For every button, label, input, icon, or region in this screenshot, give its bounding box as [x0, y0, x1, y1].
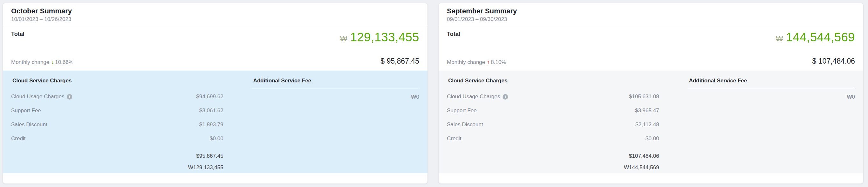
charges-panel: Cloud Service Charges Cloud Usage Charge…: [439, 71, 863, 173]
section-total-usd: $95,867.45: [11, 153, 223, 160]
total-krw: ₩ 144,544,569: [776, 31, 855, 44]
total-summary: Total Monthly change ↓ 10.66% ₩ 129,133,…: [3, 26, 428, 71]
monthly-change: Monthly change ↑ 8.10%: [447, 59, 506, 65]
charge-value: $105,631.08: [629, 94, 659, 100]
arrow-up-icon: ↑: [487, 59, 490, 65]
charge-row: Cloud Usage Charges i $105,631.08: [447, 90, 659, 104]
charge-row: Sales Discount -$1,893.79: [11, 118, 223, 132]
charge-value: $0.00: [646, 135, 659, 142]
total-summary: Total Monthly change ↑ 8.10% ₩ 144,544,5…: [439, 26, 863, 71]
charge-value: $0.00: [210, 135, 223, 142]
krw-currency-symbol: ₩: [340, 35, 348, 43]
additional-fee-value: ₩0: [847, 94, 855, 100]
total-label: Total: [11, 31, 73, 37]
monthly-change-label: Monthly change: [447, 59, 485, 65]
monthly-change-label: Monthly change: [11, 59, 49, 65]
charge-value: -$1,893.79: [197, 122, 223, 128]
charge-label: Cloud Usage Charges: [447, 94, 500, 100]
charge-value: $94,699.62: [196, 94, 223, 100]
section-total-usd: $107,484.06: [447, 153, 659, 160]
billing-period: 10/01/2023 – 10/26/2023: [11, 16, 419, 23]
charge-label: Support Fee: [447, 107, 477, 114]
charge-row: ₩0: [687, 90, 855, 104]
charge-value: $3,061.62: [199, 107, 223, 114]
charge-row: Credit $0.00: [11, 132, 223, 146]
monthly-change-value: 10.66%: [55, 59, 73, 65]
info-icon[interactable]: i: [67, 94, 72, 99]
additional-service-fee-section: Additional Service Fee ₩0: [252, 74, 419, 173]
charge-row: Cloud Usage Charges i $94,699.62: [11, 90, 223, 104]
total-krw-value: 144,544,569: [786, 31, 855, 44]
summary-card-october: October Summary 10/01/2023 – 10/26/2023 …: [3, 3, 428, 184]
charge-label: Support Fee: [11, 107, 41, 114]
section-total-krw: ₩129,133,455: [11, 164, 223, 171]
card-footer: [439, 173, 863, 184]
charge-label: Cloud Usage Charges: [11, 94, 64, 100]
billing-page: { "colors": { "page_bg": "#eef0f4", "tot…: [0, 0, 868, 187]
arrow-down-icon: ↓: [51, 59, 54, 65]
cloud-service-charges-section: Cloud Service Charges Cloud Usage Charge…: [447, 74, 659, 173]
billing-summary-page: October Summary 10/01/2023 – 10/26/2023 …: [0, 0, 868, 187]
charge-label: Credit: [11, 135, 26, 142]
info-icon[interactable]: i: [503, 94, 508, 99]
charge-value: $3,965.47: [635, 107, 659, 114]
charge-row: Support Fee $3,061.62: [11, 104, 223, 118]
card-title: October Summary: [11, 7, 419, 15]
charge-row: Support Fee $3,965.47: [447, 104, 659, 118]
charges-panel: Cloud Service Charges Cloud Usage Charge…: [3, 71, 428, 173]
charge-label: Sales Discount: [11, 122, 47, 128]
cloud-service-charges-section: Cloud Service Charges Cloud Usage Charge…: [11, 74, 223, 173]
summary-card-september: September Summary 09/01/2023 – 09/30/202…: [439, 3, 863, 184]
section-total-krw: ₩144,544,569: [447, 164, 659, 171]
additional-service-fee-header: Additional Service Fee: [687, 74, 855, 84]
charge-row: Credit $0.00: [447, 132, 659, 146]
additional-service-fee-section: Additional Service Fee ₩0: [687, 74, 855, 173]
card-title: September Summary: [447, 7, 855, 15]
monthly-change-value: 8.10%: [491, 59, 506, 65]
card-footer: [3, 173, 428, 184]
cloud-service-charges-header: Cloud Service Charges: [447, 74, 659, 84]
total-usd-value: $ 95,867.45: [380, 57, 419, 65]
charge-label: Sales Discount: [447, 122, 483, 128]
card-header: September Summary 09/01/2023 – 09/30/202…: [439, 3, 863, 26]
charge-value: -$2,112.48: [634, 122, 659, 128]
monthly-change: Monthly change ↓ 10.66%: [11, 59, 73, 65]
card-header: October Summary 10/01/2023 – 10/26/2023: [3, 3, 428, 26]
charge-label: Credit: [447, 135, 461, 142]
total-krw-value: 129,133,455: [350, 31, 419, 44]
additional-service-fee-header: Additional Service Fee: [252, 74, 419, 84]
charge-row: ₩0: [252, 90, 419, 104]
cloud-service-charges-header: Cloud Service Charges: [11, 74, 223, 84]
additional-fee-value: ₩0: [411, 94, 420, 100]
krw-currency-symbol: ₩: [776, 35, 783, 43]
total-usd-value: $ 107,484.06: [812, 57, 855, 65]
charge-row: Sales Discount -$2,112.48: [447, 118, 659, 132]
billing-period: 09/01/2023 – 09/30/2023: [447, 16, 855, 23]
total-label: Total: [447, 31, 506, 37]
total-krw: ₩ 129,133,455: [340, 31, 419, 44]
